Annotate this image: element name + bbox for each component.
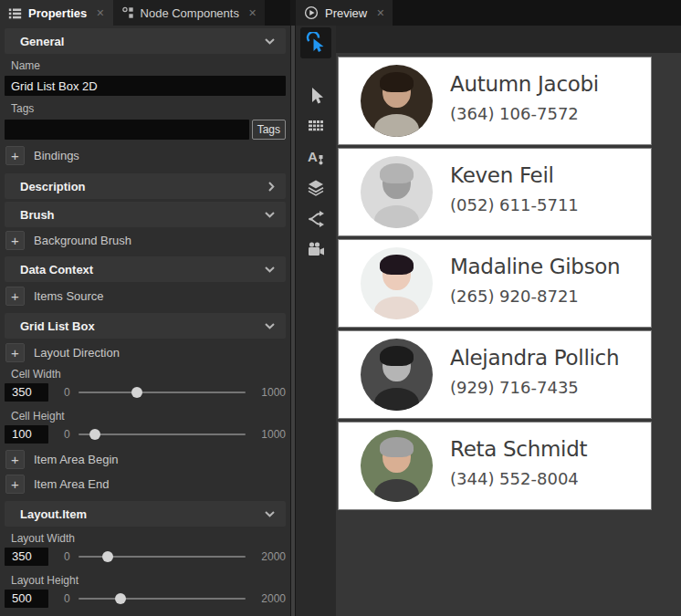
slider-min-label: 0 bbox=[64, 428, 73, 441]
bindings-label: Bindings bbox=[34, 149, 79, 162]
contact-phone: (265) 920-8721 bbox=[450, 287, 644, 306]
layout-width-label: Layout Width bbox=[11, 532, 286, 545]
grid-tool-button[interactable] bbox=[306, 116, 326, 136]
add-background-brush-button[interactable]: + bbox=[5, 231, 25, 250]
left-tab-bar: Properties ✕ Node Components ✕ bbox=[0, 0, 290, 26]
avatar bbox=[361, 65, 433, 137]
slider-max-label: 1000 bbox=[253, 428, 286, 441]
close-icon[interactable]: ✕ bbox=[248, 7, 257, 19]
cell-width-slider[interactable] bbox=[79, 383, 246, 402]
section-description[interactable]: Description bbox=[5, 173, 286, 199]
slider-max-label: 1000 bbox=[253, 386, 286, 399]
layout-height-label: Layout Height bbox=[11, 574, 286, 587]
section-layout-item[interactable]: Layout.Item bbox=[5, 501, 286, 527]
add-item-area-end-button[interactable]: + bbox=[5, 475, 25, 494]
tab-properties[interactable]: Properties ✕ bbox=[0, 0, 113, 26]
layout-height-row: 500 0 2000 bbox=[5, 590, 286, 608]
contact-text: Madaline Gibson (265) 920-8721 bbox=[450, 255, 644, 306]
section-title: Layout.Item bbox=[20, 507, 87, 521]
contact-card[interactable]: Madaline Gibson (265) 920-8721 bbox=[339, 240, 651, 327]
tags-input[interactable] bbox=[5, 120, 249, 140]
tags-row: Tags bbox=[5, 120, 286, 140]
properties-body: General Name Tags Tags + Bindings Descri… bbox=[0, 26, 290, 616]
contact-card[interactable]: Keven Feil (052) 611-5711 bbox=[339, 149, 651, 235]
contact-name: Madaline Gibson bbox=[450, 255, 644, 278]
add-item-area-begin-button[interactable]: + bbox=[5, 450, 25, 469]
layout-width-slider[interactable] bbox=[79, 548, 246, 566]
contact-phone: (052) 611-5711 bbox=[450, 195, 644, 214]
layers-tool-button[interactable] bbox=[306, 178, 326, 198]
layout-width-input[interactable]: 350 bbox=[5, 548, 48, 566]
contact-name: Autumn Jacobi bbox=[450, 72, 644, 96]
background-brush-label: Background Brush bbox=[34, 234, 131, 247]
add-layout-direction-button[interactable]: + bbox=[5, 343, 25, 362]
tags-button[interactable]: Tags bbox=[252, 120, 286, 140]
name-label: Name bbox=[11, 59, 286, 72]
interact-cursor-icon bbox=[305, 32, 327, 54]
connections-tool-button[interactable] bbox=[306, 209, 326, 229]
slider-thumb[interactable] bbox=[89, 429, 100, 440]
slider-max-label: 2000 bbox=[253, 550, 286, 563]
avatar bbox=[361, 430, 433, 502]
tab-preview[interactable]: Preview ✕ bbox=[296, 0, 393, 26]
chevron-right-icon bbox=[268, 182, 275, 192]
section-general[interactable]: General bbox=[5, 28, 286, 54]
chevron-down-icon bbox=[265, 212, 275, 218]
add-binding-button[interactable]: + bbox=[5, 146, 25, 165]
tab-node-components[interactable]: Node Components ✕ bbox=[113, 0, 266, 26]
section-brush[interactable]: Brush bbox=[5, 202, 286, 227]
contact-text: Autumn Jacobi (364) 106-7572 bbox=[450, 72, 644, 123]
preview-panel: Preview ✕ A bbox=[296, 0, 681, 616]
interact-tool-button[interactable] bbox=[300, 27, 331, 58]
layout-height-input[interactable]: 500 bbox=[5, 590, 48, 608]
tab-label: Preview bbox=[325, 6, 367, 20]
section-title: Description bbox=[20, 180, 86, 193]
scrollbar-thumb[interactable] bbox=[291, 26, 295, 616]
contact-card[interactable]: Autumn Jacobi (364) 106-7572 bbox=[339, 57, 651, 144]
preview-tab-bar: Preview ✕ bbox=[296, 0, 681, 26]
slider-min-label: 0 bbox=[64, 550, 73, 563]
contact-list: Autumn Jacobi (364) 106-7572 Keven Feil … bbox=[336, 53, 681, 509]
contact-phone: (344) 552-8004 bbox=[450, 469, 644, 488]
contact-card[interactable]: Alejandra Pollich (929) 716-7435 bbox=[339, 331, 651, 418]
add-items-source-button[interactable]: + bbox=[5, 287, 25, 306]
item-area-begin-row: + Item Area Begin bbox=[5, 449, 286, 469]
contact-text: Keven Feil (052) 611-5711 bbox=[450, 163, 644, 214]
preview-viewport[interactable]: Autumn Jacobi (364) 106-7572 Keven Feil … bbox=[336, 53, 681, 616]
slider-thumb[interactable] bbox=[115, 593, 126, 604]
slider-thumb[interactable] bbox=[131, 387, 142, 398]
properties-list-icon bbox=[8, 6, 22, 20]
layout-width-row: 350 0 2000 bbox=[5, 548, 286, 566]
section-title: Grid List Box bbox=[20, 319, 95, 333]
tab-label: Properties bbox=[28, 6, 87, 20]
cell-height-slider[interactable] bbox=[79, 425, 246, 444]
camera-tool-button[interactable] bbox=[306, 240, 326, 260]
preview-toolbar: A bbox=[296, 26, 336, 616]
avatar bbox=[361, 247, 433, 319]
bindings-row: + Bindings bbox=[5, 145, 286, 165]
cell-height-input[interactable]: 100 bbox=[5, 425, 48, 444]
preview-top-strip bbox=[296, 26, 681, 53]
text-tool-button[interactable]: A bbox=[306, 147, 326, 167]
close-icon[interactable]: ✕ bbox=[96, 7, 104, 19]
item-area-end-row: + Item Area End bbox=[5, 474, 286, 494]
select-tool-button[interactable] bbox=[306, 86, 326, 106]
section-grid-list-box[interactable]: Grid List Box bbox=[5, 313, 286, 339]
layout-direction-label: Layout Direction bbox=[34, 346, 120, 360]
cell-width-row: 350 0 1000 bbox=[5, 383, 286, 402]
slider-thumb[interactable] bbox=[102, 551, 113, 562]
section-title: General bbox=[20, 35, 64, 48]
layout-height-slider[interactable] bbox=[79, 590, 246, 608]
kanzi-studio-window: Properties ✕ Node Components ✕ General N… bbox=[0, 0, 681, 616]
section-data-context[interactable]: Data Context bbox=[5, 256, 286, 282]
name-input[interactable] bbox=[5, 76, 286, 96]
tab-label: Node Components bbox=[141, 6, 239, 20]
layout-direction-row: + Layout Direction bbox=[5, 342, 286, 362]
avatar bbox=[361, 339, 433, 411]
item-area-begin-label: Item Area Begin bbox=[34, 453, 119, 466]
item-area-end-label: Item Area End bbox=[34, 477, 109, 491]
contact-card[interactable]: Reta Schmidt (344) 552-8004 bbox=[339, 423, 651, 509]
slider-min-label: 0 bbox=[64, 386, 73, 399]
cell-width-input[interactable]: 350 bbox=[5, 383, 48, 402]
close-icon[interactable]: ✕ bbox=[376, 7, 384, 19]
